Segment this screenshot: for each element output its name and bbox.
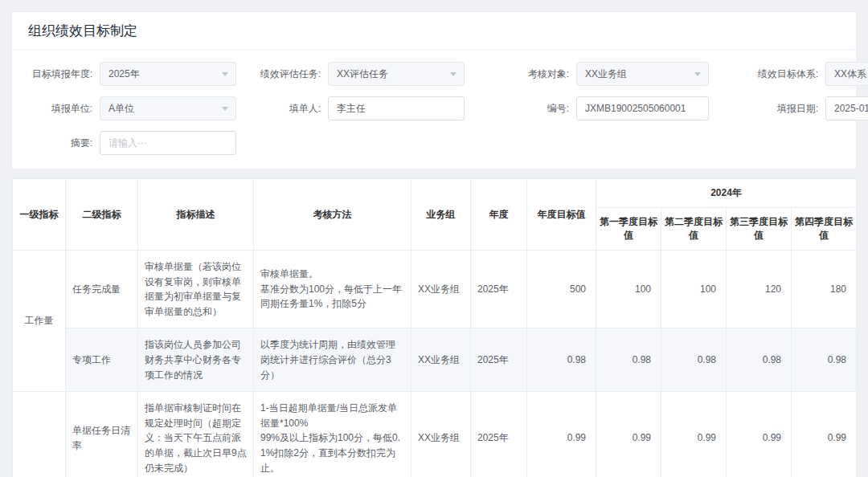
cell-desc: 指该岗位人员参加公司财务共享中心财务各专项工作的情况 (138, 328, 254, 392)
target-system-label: 绩效目标体系: (741, 67, 825, 81)
assess-object-label: 考核对象: (501, 67, 576, 81)
filler-label: 填单人: (252, 102, 328, 116)
eval-task-select[interactable]: XX评估任务 (328, 62, 465, 86)
filler-input[interactable] (328, 96, 465, 120)
col-header-annual: 年度目标值 (527, 179, 596, 251)
goal-form: 目标填报年度: 2025年 绩效评估任务: XX评估任务 考核对象: XX业务组 (12, 51, 856, 169)
chevron-down-icon (694, 72, 701, 76)
cell-level2: 任务完成量 (66, 251, 138, 328)
table-row: 专项工作 指该岗位人员参加公司财务共享中心财务各专项工作的情况 以季度为统计周期… (13, 328, 857, 392)
cell-level2: 单据任务日清率 (66, 392, 138, 477)
field-report-unit: 填报单位: A单位 (20, 96, 236, 120)
chevron-down-icon (222, 72, 228, 76)
cell-q2-target: 0.98 (661, 328, 727, 392)
cell-q2-target: 0.99 (661, 392, 727, 477)
cell-method: 审核单据量。 基准分数为100分，每低于上一年同期任务量1%，扣除5分 (254, 251, 411, 328)
cell-q1-target: 0.98 (596, 328, 661, 392)
col-header-q2: 第二季度目标值 (661, 208, 727, 251)
target-year-label: 目标填报年度: (20, 67, 100, 81)
cell-q4-target: 0.99 (792, 392, 857, 477)
report-date-label: 填报日期: (741, 102, 825, 116)
field-eval-task: 绩效评估任务: XX评估任务 (252, 62, 465, 86)
col-header-q3: 第三季度目标值 (727, 208, 792, 251)
col-header-year: 年度 (471, 179, 527, 251)
cell-q2-target: 100 (661, 251, 727, 328)
col-header-q1: 第一季度目标值 (596, 208, 661, 251)
cell-method: 以季度为统计周期，由绩效管理岗统计并进行综合评价（总分3分） (254, 328, 411, 392)
cell-group: XX业务组 (411, 328, 471, 392)
number-label: 编号: (501, 102, 576, 116)
cell-year: 2025年 (471, 328, 527, 392)
cell-level2: 专项工作 (66, 328, 138, 392)
eval-task-value: XX评估任务 (337, 67, 388, 81)
field-target-system: 绩效目标体系: XX体系 (741, 62, 868, 86)
chevron-down-icon (450, 72, 457, 76)
number-input[interactable] (576, 96, 709, 120)
form-row-3: 摘要: (20, 131, 848, 155)
cell-desc: 审核单据量（若该岗位设有复审岗，则审核单据量为初审单据量与复审单据量的总和） (138, 251, 254, 328)
field-summary: 摘要: (20, 131, 236, 155)
cell-q4-target: 0.98 (792, 328, 857, 392)
col-header-desc: 指标描述 (138, 179, 254, 251)
eval-task-label: 绩效评估任务: (252, 67, 328, 81)
summary-label: 摘要: (20, 137, 100, 150)
col-header-group: 业务组 (411, 179, 471, 251)
col-header-year-group: 2024年 (596, 179, 857, 208)
col-header-method: 考核方法 (254, 179, 411, 251)
cell-q3-target: 120 (727, 251, 792, 328)
cell-year: 2025年 (471, 251, 527, 328)
field-filler: 填单人: (252, 96, 465, 120)
cell-annual-target: 500 (527, 251, 596, 328)
target-system-select[interactable]: XX体系 (825, 62, 868, 86)
field-report-date: 填报日期: (741, 96, 868, 120)
field-number: 编号: (501, 96, 709, 120)
col-header-q4: 第四季度目标值 (792, 208, 857, 251)
cell-group: XX业务组 (411, 251, 471, 328)
target-system-value: XX体系 (834, 67, 866, 81)
cell-q3-target: 0.99 (727, 392, 792, 477)
indicators-table-card: 一级指标 二级指标 指标描述 考核方法 业务组 年度 年度目标值 2024年 第… (11, 177, 857, 477)
performance-indicators-table: 一级指标 二级指标 指标描述 考核方法 业务组 年度 年度目标值 2024年 第… (12, 178, 857, 477)
col-header-level1: 一级指标 (13, 179, 66, 251)
cell-method: 1-当日超期单据量/当日总派发单据量*100% 99%及以上指标为100分，每低… (254, 392, 411, 477)
cell-annual-target: 0.98 (527, 328, 596, 392)
cell-year: 2025年 (471, 392, 527, 477)
chevron-down-icon (222, 107, 228, 111)
cell-annual-target: 0.99 (527, 392, 596, 477)
goal-setting-card: 组织绩效目标制定 目标填报年度: 2025年 绩效评估任务: XX评估任务 考核… (11, 11, 857, 169)
header-row-1: 一级指标 二级指标 指标描述 考核方法 业务组 年度 年度目标值 2024年 (13, 179, 857, 208)
cell-level1: 工作量 (13, 251, 66, 392)
cell-q1-target: 100 (596, 251, 661, 328)
target-year-value: 2025年 (108, 67, 140, 81)
cell-q4-target: 180 (792, 251, 857, 328)
form-row-1: 目标填报年度: 2025年 绩效评估任务: XX评估任务 考核对象: XX业务组 (20, 62, 848, 86)
cell-q3-target: 0.98 (727, 328, 792, 392)
cell-group: XX业务组 (411, 392, 471, 477)
cell-level1: 工作时效 (13, 392, 66, 477)
table-row: 工作时效 单据任务日清率 指单据审核制证时间在规定处理时间（超期定义：当天下午五… (13, 392, 857, 477)
field-assess-object: 考核对象: XX业务组 (501, 62, 709, 86)
assess-object-value: XX业务组 (585, 67, 627, 81)
report-unit-label: 填报单位: (20, 102, 100, 116)
field-target-year: 目标填报年度: 2025年 (20, 62, 236, 86)
table-row: 工作量 任务完成量 审核单据量（若该岗位设有复审岗，则审核单据量为初审单据量与复… (13, 251, 857, 328)
form-row-2: 填报单位: A单位 填单人: 编号: 填报日期: (20, 96, 848, 120)
cell-desc: 指单据审核制证时间在规定处理时间（超期定义：当天下午五点前派的单据，截止次日早9… (138, 392, 254, 477)
report-date-input[interactable] (825, 96, 868, 120)
assess-object-select[interactable]: XX业务组 (576, 62, 709, 86)
report-unit-select[interactable]: A单位 (100, 96, 236, 120)
target-year-select[interactable]: 2025年 (100, 62, 236, 86)
col-header-level2: 二级指标 (66, 179, 138, 251)
page-title: 组织绩效目标制定 (12, 12, 856, 51)
cell-q1-target: 0.99 (596, 392, 661, 477)
summary-input[interactable] (100, 131, 236, 155)
report-unit-value: A单位 (108, 102, 134, 116)
